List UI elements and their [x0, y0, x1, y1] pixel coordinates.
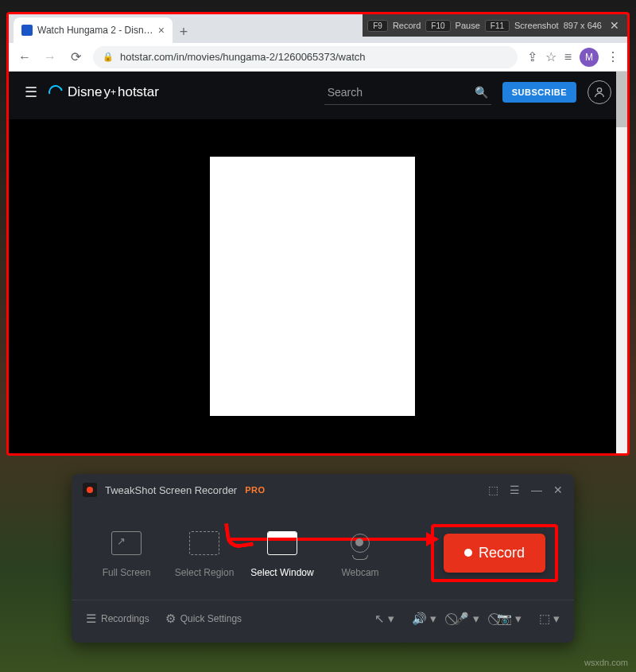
logo-arc-icon	[46, 83, 66, 103]
search-placeholder: Search	[328, 86, 363, 99]
list-icon: ☰	[86, 612, 96, 626]
back-button[interactable]: ←	[17, 50, 33, 64]
webcam-toggle-icon[interactable]: 📷⃠ ▾	[497, 612, 522, 626]
recording-dimensions: 897 x 646	[564, 21, 602, 30]
svg-point-0	[597, 88, 601, 92]
scrollbar[interactable]	[616, 72, 627, 453]
page-content: ☰ Disney+ hotstar Search 🔍 SUBSCRIBE	[9, 72, 627, 453]
recorder-title: TweakShot Screen Recorder	[105, 484, 237, 496]
subscribe-button[interactable]: SUBSCRIBE	[502, 82, 576, 103]
quick-settings-label: Quick Settings	[180, 613, 242, 624]
forward-button[interactable]: →	[42, 50, 58, 64]
profile-avatar[interactable]: M	[580, 48, 599, 67]
share-icon[interactable]: ⇪	[527, 49, 537, 64]
hotkey-pause: F10	[425, 20, 450, 32]
reload-button[interactable]: ⟳	[68, 49, 83, 64]
bookmark-icon[interactable]: ☆	[545, 49, 556, 64]
hamburger-icon[interactable]: ☰	[25, 84, 37, 101]
search-input[interactable]: Search 🔍	[324, 80, 491, 105]
record-highlight: Record	[431, 524, 558, 582]
mode-webcam[interactable]: Webcam	[321, 527, 399, 578]
recording-close-button[interactable]: ✕	[607, 19, 622, 32]
record-button[interactable]: Record	[444, 534, 545, 573]
search-icon[interactable]: 🔍	[475, 86, 488, 99]
logo-plus: +	[111, 87, 116, 98]
url-input[interactable]: 🔒 hotstar.com/in/movies/hungama-2/126006…	[93, 46, 518, 68]
hotkey-screenshot: F11	[485, 20, 510, 32]
recordings-label: Recordings	[101, 613, 149, 624]
recorder-body: Full Screen Select Region Select Window …	[72, 506, 574, 600]
recorder-footer: ☰ Recordings ⚙ Quick Settings ↖ ▾ 🔊 ▾ 🎤⃠…	[72, 600, 574, 636]
new-tab-button[interactable]: +	[173, 21, 195, 43]
mic-icon[interactable]: 🎤⃠ ▾	[454, 612, 479, 626]
window-icon	[267, 531, 297, 555]
user-icon[interactable]	[588, 80, 611, 104]
webcam-icon	[351, 534, 370, 553]
close-button[interactable]: ✕	[553, 484, 563, 496]
recording-toolbar: F9 Record F10 Pause F11 Screenshot 897 x…	[363, 14, 627, 37]
mode-webcam-label: Webcam	[341, 567, 378, 578]
mode-fullscreen-label: Full Screen	[103, 567, 151, 578]
pro-badge: PRO	[245, 485, 265, 495]
region-icon	[189, 531, 219, 555]
menu-icon[interactable]: ☰	[510, 484, 520, 496]
logo-hotstar: hotstar	[118, 84, 159, 100]
pin-icon[interactable]: ⬚	[488, 484, 498, 496]
browser-tab[interactable]: Watch Hungama 2 - Disney+ Ho ×	[14, 17, 173, 43]
mode-window[interactable]: Select Window	[243, 527, 321, 578]
hotstar-header: ☰ Disney+ hotstar Search 🔍 SUBSCRIBE	[9, 72, 627, 113]
readlist-icon[interactable]: ≡	[564, 50, 572, 64]
recorder-logo-icon	[83, 483, 97, 497]
mode-region-label: Select Region	[175, 567, 235, 578]
gear-icon: ⚙	[165, 612, 176, 626]
cursor-icon[interactable]: ↖ ▾	[374, 612, 394, 626]
mode-window-label: Select Window	[250, 567, 313, 578]
recorder-titlebar: TweakShot Screen Recorder PRO ⬚ ☰ — ✕	[72, 474, 574, 506]
url-text: hotstar.com/in/movies/hungama-2/12600653…	[120, 51, 366, 63]
mode-fullscreen[interactable]: Full Screen	[87, 527, 165, 578]
tab-favicon	[21, 25, 33, 36]
recordings-button[interactable]: ☰ Recordings	[86, 612, 149, 626]
address-bar: ← → ⟳ 🔒 hotstar.com/in/movies/hungama-2/…	[9, 43, 627, 72]
record-label: Record	[479, 545, 525, 561]
speaker-icon[interactable]: 🔊 ▾	[412, 612, 436, 626]
address-actions: ⇪ ☆ ≡ M ⋮	[527, 48, 619, 67]
hotkey-screenshot-label: Screenshot	[514, 21, 559, 30]
lock-icon: 🔒	[103, 52, 114, 62]
watermark: wsxdn.com	[584, 658, 628, 667]
video-placeholder	[210, 157, 415, 416]
record-dot-icon	[464, 549, 472, 557]
fullscreen-icon	[111, 531, 142, 555]
hotkey-record: F9	[367, 20, 388, 32]
camera-icon[interactable]: ⬚ ▾	[539, 612, 560, 626]
minimize-button[interactable]: —	[531, 484, 542, 496]
annotation-arrow	[231, 538, 437, 541]
browser-window: F9 Record F10 Pause F11 Screenshot 897 x…	[6, 12, 630, 456]
logo-text-y: y	[103, 84, 109, 100]
menu-icon[interactable]: ⋮	[607, 49, 619, 64]
quick-settings-button[interactable]: ⚙ Quick Settings	[165, 612, 242, 626]
hotkey-record-label: Record	[393, 21, 421, 30]
tab-title: Watch Hungama 2 - Disney+ Ho	[37, 25, 153, 36]
video-player[interactable]	[9, 119, 616, 453]
hotstar-logo[interactable]: Disney+ hotstar	[48, 84, 159, 100]
logo-text: Disne	[68, 84, 102, 100]
recorder-window: TweakShot Screen Recorder PRO ⬚ ☰ — ✕ Fu…	[72, 474, 574, 643]
scrollbar-thumb[interactable]	[616, 72, 627, 127]
hotkey-pause-label: Pause	[456, 21, 480, 30]
tab-close-button[interactable]: ×	[158, 24, 165, 37]
